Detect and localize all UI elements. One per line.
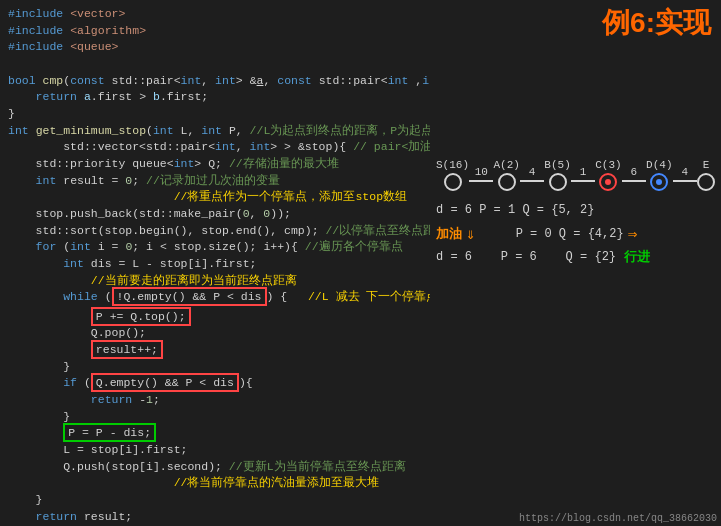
code-line-14: std::sort(stop.begin(), stop.end(), cmp)… <box>8 223 422 240</box>
code-line-16: int dis = L - stop[i].first; <box>8 256 422 273</box>
code-line-29: //将当前停靠点的汽油量添加至最大堆 <box>8 475 422 492</box>
info-line-4: d = 6 P = 6 Q = {2} <box>436 250 616 264</box>
info-line-2-row: 加油 ⇓ P = 0 Q = {4,2} ⇒ <box>436 224 715 244</box>
node-c: C(3) <box>595 159 621 191</box>
advance-label: 行进 <box>624 248 650 266</box>
node-a: A(2) <box>493 159 519 191</box>
code-line-28: Q.push(stop[i].second); //更新L为当前停靠点至终点距离 <box>8 459 422 476</box>
node-d: D(4) <box>646 159 672 191</box>
code-line-11: int result = 0; //记录加过几次油的变量 <box>8 173 422 190</box>
code-line-15: for (int i = 0; i < stop.size(); i++){ /… <box>8 239 422 256</box>
node-s: S(16) <box>436 159 469 191</box>
info-block: d = 6 P = 1 Q = {5, 2} 加油 ⇓ P = 0 Q = {4… <box>436 201 715 266</box>
info-p0-label: P = 0 Q = {4,2} <box>516 227 624 241</box>
code-line-9: std::vector<std::pair<int, int> > &stop)… <box>8 139 422 156</box>
code-line-27: L = stop[i].first; <box>8 442 422 459</box>
code-line-12: //将重点作为一个停靠点，添加至stop数组 <box>8 189 422 206</box>
code-line-10: std::priority queue<int> Q; //存储油量的最大堆 <box>8 156 422 173</box>
info-line-1: d = 6 P = 1 Q = {5, 2} <box>436 201 715 220</box>
right-arrow-icon: ⇒ <box>628 224 638 244</box>
code-line-26: P = P - dis; <box>8 425 422 442</box>
code-panel: #include <vector> #include <algorithm> #… <box>0 0 430 526</box>
code-line-23: if (Q.empty() && P < dis){ <box>8 375 422 392</box>
code-line-31: return result; <box>8 509 422 526</box>
diagram-area: S(16) 10 A(2) 4 B(5) <box>436 159 715 266</box>
node-e: E <box>697 159 715 191</box>
code-line-7: } <box>8 106 422 123</box>
add-oil-label: 加油 <box>436 225 462 243</box>
code-line-24: return -1; <box>8 392 422 409</box>
right-panel: 例6:实现 S(16) 10 A(2) <box>430 0 721 526</box>
node-b: B(5) <box>544 159 570 191</box>
code-line-blank <box>8 56 422 73</box>
code-line-5: bool cmp(const std::pair<int, int> &a, c… <box>8 73 422 90</box>
code-line-30: } <box>8 492 422 509</box>
main-container: #include <vector> #include <algorithm> #… <box>0 0 721 526</box>
code-line-18: while (!Q.empty() && P < dis) { //L 减去 下… <box>8 289 422 308</box>
code-line-1: #include <vector> <box>8 6 422 23</box>
code-line-20: Q.pop(); <box>8 325 422 342</box>
code-line-6: return a.first > b.first; <box>8 89 422 106</box>
graph-row: S(16) 10 A(2) 4 B(5) <box>436 159 715 191</box>
code-line-21: result++; <box>8 342 422 359</box>
page-title: 例6:实现 <box>602 4 711 42</box>
code-line-2: #include <algorithm> <box>8 23 422 40</box>
code-line-8: int get_minimum_stop(int L, int P, //L为起… <box>8 123 422 140</box>
code-line-3: #include <queue> <box>8 39 422 56</box>
url-bar: https://blog.csdn.net/qq_38662030 <box>519 513 717 524</box>
code-line-19: P += Q.top(); <box>8 309 422 326</box>
code-line-13: stop.push_back(std::make_pair(0, 0)); <box>8 206 422 223</box>
down-arrow-icon: ⇓ <box>466 224 476 244</box>
info-line-3-row: d = 6 P = 6 Q = {2} 行进 <box>436 248 715 266</box>
